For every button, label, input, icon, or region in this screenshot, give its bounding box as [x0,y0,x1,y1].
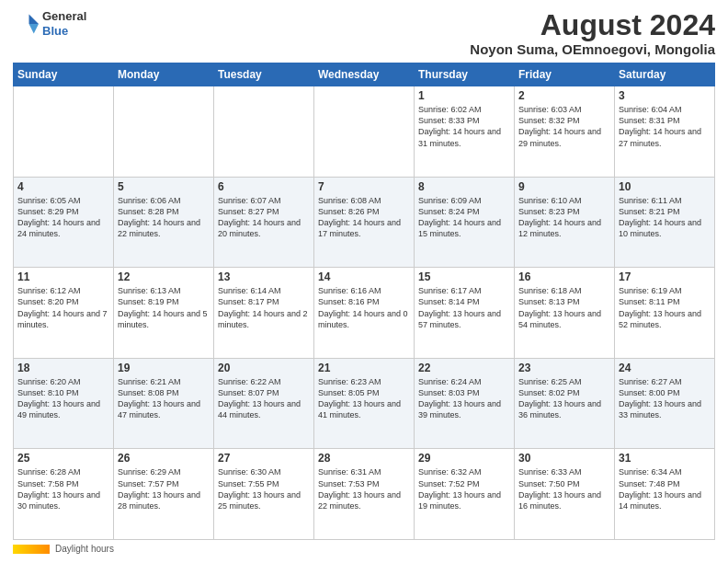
calendar-cell: 9Sunrise: 6:10 AM Sunset: 8:23 PM Daylig… [515,177,615,268]
day-number: 23 [518,362,610,374]
svg-marker-1 [29,24,40,34]
day-number: 4 [17,180,109,193]
day-info: Sunrise: 6:06 AM Sunset: 8:28 PM Dayligh… [118,195,210,240]
calendar-cell: 14Sunrise: 6:16 AM Sunset: 8:16 PM Dayli… [314,268,415,359]
day-info: Sunrise: 6:31 AM Sunset: 7:53 PM Dayligh… [318,466,410,511]
day-number: 6 [218,180,310,193]
daylight-label: Daylight hours [55,544,114,554]
day-info: Sunrise: 6:23 AM Sunset: 8:05 PM Dayligh… [318,376,410,421]
calendar-cell [214,86,314,178]
day-info: Sunrise: 6:16 AM Sunset: 8:16 PM Dayligh… [318,285,410,330]
calendar-cell: 17Sunrise: 6:19 AM Sunset: 8:11 PM Dayli… [615,268,715,359]
day-number: 20 [218,362,310,374]
calendar-cell: 15Sunrise: 6:17 AM Sunset: 8:14 PM Dayli… [415,268,515,359]
day-info: Sunrise: 6:07 AM Sunset: 8:27 PM Dayligh… [218,195,310,240]
calendar-cell: 29Sunrise: 6:32 AM Sunset: 7:52 PM Dayli… [415,449,515,540]
day-info: Sunrise: 6:19 AM Sunset: 8:11 PM Dayligh… [619,285,711,330]
day-info: Sunrise: 6:12 AM Sunset: 8:20 PM Dayligh… [17,285,109,330]
day-info: Sunrise: 6:25 AM Sunset: 8:02 PM Dayligh… [518,376,610,421]
calendar-cell: 12Sunrise: 6:13 AM Sunset: 8:19 PM Dayli… [114,268,214,359]
calendar-cell: 6Sunrise: 6:07 AM Sunset: 8:27 PM Daylig… [214,177,314,268]
calendar-cell: 20Sunrise: 6:22 AM Sunset: 8:07 PM Dayli… [214,358,314,449]
day-info: Sunrise: 6:10 AM Sunset: 8:23 PM Dayligh… [518,195,610,240]
calendar-cell: 18Sunrise: 6:20 AM Sunset: 8:10 PM Dayli… [14,358,114,449]
calendar-cell: 16Sunrise: 6:18 AM Sunset: 8:13 PM Dayli… [515,268,615,359]
calendar-cell: 11Sunrise: 6:12 AM Sunset: 8:20 PM Dayli… [14,268,114,359]
weekday-header-tuesday: Tuesday [214,63,314,86]
weekday-header-sunday: Sunday [14,63,114,86]
day-info: Sunrise: 6:03 AM Sunset: 8:32 PM Dayligh… [518,104,610,149]
weekday-header-monday: Monday [114,63,214,86]
calendar-cell: 10Sunrise: 6:11 AM Sunset: 8:21 PM Dayli… [615,177,715,268]
day-number: 12 [118,270,210,283]
day-info: Sunrise: 6:21 AM Sunset: 8:08 PM Dayligh… [118,376,210,421]
logo-icon [13,11,39,37]
calendar-cell [314,86,415,178]
calendar-cell: 5Sunrise: 6:06 AM Sunset: 8:28 PM Daylig… [114,177,214,268]
title-section: August 2024 Noyon Suma, OEmnoegovi, Mong… [470,9,715,57]
day-number: 14 [318,270,410,283]
weekday-header-thursday: Thursday [415,63,515,86]
day-number: 18 [17,362,109,374]
day-info: Sunrise: 6:30 AM Sunset: 7:55 PM Dayligh… [218,466,310,511]
day-info: Sunrise: 6:17 AM Sunset: 8:14 PM Dayligh… [418,285,510,330]
day-info: Sunrise: 6:18 AM Sunset: 8:13 PM Dayligh… [518,285,610,330]
calendar-cell: 8Sunrise: 6:09 AM Sunset: 8:24 PM Daylig… [415,177,515,268]
day-info: Sunrise: 6:22 AM Sunset: 8:07 PM Dayligh… [218,376,310,421]
calendar-cell: 30Sunrise: 6:33 AM Sunset: 7:50 PM Dayli… [515,449,615,540]
logo-blue: Blue [42,24,68,38]
day-number: 19 [118,362,210,374]
day-info: Sunrise: 6:02 AM Sunset: 8:33 PM Dayligh… [418,104,510,149]
calendar-cell: 7Sunrise: 6:08 AM Sunset: 8:26 PM Daylig… [314,177,415,268]
day-number: 26 [118,452,210,465]
day-number: 17 [619,270,711,283]
day-number: 27 [218,452,310,465]
day-number: 15 [418,270,510,283]
weekday-header-row: SundayMondayTuesdayWednesdayThursdayFrid… [14,63,715,86]
week-row-5: 25Sunrise: 6:28 AM Sunset: 7:58 PM Dayli… [14,449,715,540]
day-info: Sunrise: 6:34 AM Sunset: 7:48 PM Dayligh… [619,466,711,511]
calendar-cell: 26Sunrise: 6:29 AM Sunset: 7:57 PM Dayli… [114,449,214,540]
week-row-1: 1Sunrise: 6:02 AM Sunset: 8:33 PM Daylig… [14,86,715,178]
calendar-cell [14,86,114,178]
day-info: Sunrise: 6:29 AM Sunset: 7:57 PM Dayligh… [118,466,210,511]
calendar-table: SundayMondayTuesdayWednesdayThursdayFrid… [13,63,715,540]
footer: Daylight hours [13,544,715,554]
day-number: 21 [318,362,410,374]
calendar-cell: 2Sunrise: 6:03 AM Sunset: 8:32 PM Daylig… [515,86,615,178]
day-number: 5 [118,180,210,193]
calendar-cell: 3Sunrise: 6:04 AM Sunset: 8:31 PM Daylig… [615,86,715,178]
day-number: 1 [418,89,510,102]
daylight-bar [13,545,50,554]
day-number: 29 [418,452,510,465]
weekday-header-saturday: Saturday [615,63,715,86]
day-number: 9 [518,180,610,193]
calendar-cell: 22Sunrise: 6:24 AM Sunset: 8:03 PM Dayli… [415,358,515,449]
calendar-cell: 1Sunrise: 6:02 AM Sunset: 8:33 PM Daylig… [415,86,515,178]
week-row-4: 18Sunrise: 6:20 AM Sunset: 8:10 PM Dayli… [14,358,715,449]
day-info: Sunrise: 6:28 AM Sunset: 7:58 PM Dayligh… [17,466,109,511]
day-info: Sunrise: 6:32 AM Sunset: 7:52 PM Dayligh… [418,466,510,511]
day-number: 8 [418,180,510,193]
month-year-title: August 2024 [470,9,715,41]
svg-marker-0 [29,14,40,24]
day-number: 11 [17,270,109,283]
day-info: Sunrise: 6:11 AM Sunset: 8:21 PM Dayligh… [619,195,711,240]
day-number: 24 [619,362,711,374]
calendar-cell: 23Sunrise: 6:25 AM Sunset: 8:02 PM Dayli… [515,358,615,449]
calendar-cell: 19Sunrise: 6:21 AM Sunset: 8:08 PM Dayli… [114,358,214,449]
calendar-cell: 28Sunrise: 6:31 AM Sunset: 7:53 PM Dayli… [314,449,415,540]
calendar-cell: 21Sunrise: 6:23 AM Sunset: 8:05 PM Dayli… [314,358,415,449]
day-info: Sunrise: 6:14 AM Sunset: 8:17 PM Dayligh… [218,285,310,330]
location-title: Noyon Suma, OEmnoegovi, Mongolia [470,41,715,57]
calendar-cell: 24Sunrise: 6:27 AM Sunset: 8:00 PM Dayli… [615,358,715,449]
day-info: Sunrise: 6:08 AM Sunset: 8:26 PM Dayligh… [318,195,410,240]
week-row-2: 4Sunrise: 6:05 AM Sunset: 8:29 PM Daylig… [14,177,715,268]
calendar-cell: 27Sunrise: 6:30 AM Sunset: 7:55 PM Dayli… [214,449,314,540]
header: General Blue August 2024 Noyon Suma, OEm… [13,9,715,57]
day-info: Sunrise: 6:09 AM Sunset: 8:24 PM Dayligh… [418,195,510,240]
day-info: Sunrise: 6:13 AM Sunset: 8:19 PM Dayligh… [118,285,210,330]
logo-text: General Blue [42,9,86,38]
day-number: 25 [17,452,109,465]
day-info: Sunrise: 6:20 AM Sunset: 8:10 PM Dayligh… [17,376,109,421]
